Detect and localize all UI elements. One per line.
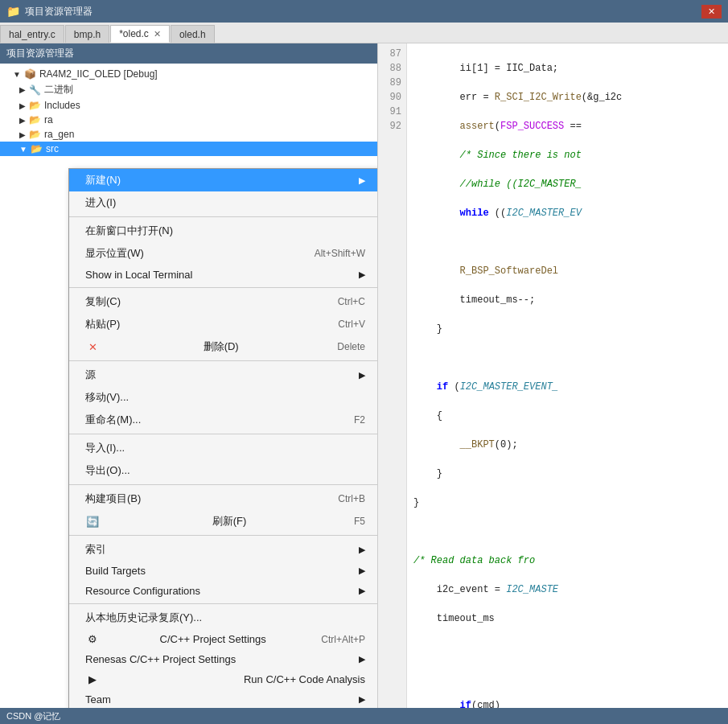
menu-item-index-label: 索引 xyxy=(85,542,106,557)
code-line-blank3 xyxy=(413,524,722,539)
tab-bmp[interactable]: bmp.h xyxy=(65,25,109,43)
menu-item-paste[interactable]: 粘贴(P) Ctrl+V xyxy=(69,313,378,335)
menu-item-rename[interactable]: 重命名(M)... F2 xyxy=(69,409,378,431)
code-editor: 87 88 89 90 91 92 xyxy=(378,43,728,708)
menu-sep-7 xyxy=(69,603,378,604)
status-bar: CSDN @记忆 xyxy=(0,708,728,724)
tree-icon-ra: 📂 xyxy=(29,114,41,125)
tree-item-ra[interactable]: ▶ 📂 ra xyxy=(0,113,377,127)
tree-item-src[interactable]: ▼ 📂 src xyxy=(0,142,377,156)
tab-oled-c[interactable]: *oled.c ✕ xyxy=(110,25,170,43)
menu-item-team[interactable]: Team ▶ xyxy=(69,689,378,708)
menu-item-show-location-label: 显示位置(W) xyxy=(85,246,144,261)
title-bar-close-button[interactable]: ✕ xyxy=(701,5,722,19)
menu-item-export-label: 导出(O)... xyxy=(85,463,130,478)
menu-item-team-arrow: ▶ xyxy=(359,694,365,705)
tree-item-binary[interactable]: ▶ 🔧 二进制 xyxy=(0,81,377,98)
menu-item-copy-shortcut: Ctrl+C xyxy=(338,296,365,307)
menu-item-resource-configs[interactable]: Resource Configurations ▶ xyxy=(69,581,378,601)
menu-item-show-local-terminal[interactable]: Show in Local Terminal ▶ xyxy=(69,265,378,285)
menu-item-delete-label: 删除(D) xyxy=(204,339,239,354)
tree-item-root[interactable]: ▼ 📦 RA4M2_IIC_OLED [Debug] xyxy=(0,67,377,81)
context-menu: 新建(N) ▶ 进入(I) 在新窗口中打开(N) 显示位置(W) Alt+Shi… xyxy=(68,168,378,708)
tab-hal-entry[interactable]: hal_entry.c xyxy=(0,25,64,43)
menu-item-source-arrow: ▶ xyxy=(359,370,365,381)
tree-label-root: RA4M2_IIC_OLED [Debug] xyxy=(39,68,158,80)
tree-arrow-includes: ▶ xyxy=(19,101,26,110)
menu-sep-3 xyxy=(69,360,378,361)
menu-item-run-analysis[interactable]: ▶ Run C/C++ Code Analysis xyxy=(69,669,378,689)
menu-item-move[interactable]: 移动(V)... xyxy=(69,386,378,409)
menu-item-import[interactable]: 导入(I)... xyxy=(69,437,378,459)
menu-item-build[interactable]: 构建项目(B) Ctrl+B xyxy=(69,487,378,510)
menu-item-new[interactable]: 新建(N) ▶ xyxy=(69,169,378,191)
code-line-brace1: } xyxy=(413,322,722,336)
menu-item-renesas-settings-label: Renesas C/C++ Project Settings xyxy=(85,653,236,665)
tree-arrow-root: ▼ xyxy=(13,70,21,79)
menu-item-build-label: 构建项目(B) xyxy=(85,492,141,506)
menu-item-enter[interactable]: 进入(I) xyxy=(69,191,378,214)
tree-item-ra-gen[interactable]: ▶ 📂 ra_gen xyxy=(0,127,377,142)
sidebar-title: 项目资源管理器 xyxy=(6,47,74,60)
tab-oled-c-label: *oled.c xyxy=(119,28,149,39)
menu-item-cpp-project-settings-label: C/C++ Project Settings xyxy=(160,633,266,645)
code-line-90: /* Since there is not xyxy=(413,148,722,162)
tree-item-includes[interactable]: ▶ 📂 Includes xyxy=(0,98,377,113)
code-line-blank1 xyxy=(413,235,722,249)
menu-item-build-targets[interactable]: Build Targets ▶ xyxy=(69,561,378,581)
code-line-91: //while ((I2C_MASTER_ xyxy=(413,177,722,191)
tab-oled-h[interactable]: oled.h xyxy=(171,25,215,43)
code-line-brace3: } xyxy=(413,467,722,481)
menu-item-paste-label: 粘贴(P) xyxy=(85,317,120,331)
menu-item-source[interactable]: 源 ▶ xyxy=(69,364,378,386)
menu-item-copy-label: 复制(C) xyxy=(85,294,121,309)
tree-arrow-src: ▼ xyxy=(19,145,27,154)
status-bar-text: CSDN @记忆 xyxy=(6,710,60,722)
menu-item-renesas-settings[interactable]: Renesas C/C++ Project Settings ▶ xyxy=(69,649,378,669)
delete-icon: ✕ xyxy=(85,341,100,353)
menu-sep-1 xyxy=(69,216,378,217)
code-line-timeout: timeout_ms--; xyxy=(413,293,722,307)
menu-sep-6 xyxy=(69,535,378,536)
tab-hal-entry-label: hal_entry.c xyxy=(9,29,56,40)
tree-arrow-ra-gen: ▶ xyxy=(19,130,26,139)
tree-icon-binary: 🔧 xyxy=(29,84,41,96)
menu-item-import-label: 导入(I)... xyxy=(85,441,125,455)
menu-item-delete-shortcut: Delete xyxy=(337,341,365,352)
menu-item-delete[interactable]: ✕ 删除(D) Delete xyxy=(69,335,378,358)
menu-item-renesas-arrow: ▶ xyxy=(359,654,365,664)
code-line-brace2: { xyxy=(413,409,722,423)
menu-item-open-new-window-label: 在新窗口中打开(N) xyxy=(85,224,173,238)
menu-item-copy[interactable]: 复制(C) Ctrl+C xyxy=(69,290,378,313)
menu-item-restore-local[interactable]: 从本地历史记录复原(Y)... xyxy=(69,607,378,629)
menu-item-move-label: 移动(V)... xyxy=(85,390,129,405)
menu-item-open-new-window[interactable]: 在新窗口中打开(N) xyxy=(69,220,378,242)
menu-item-run-analysis-label: Run C/C++ Code Analysis xyxy=(244,673,365,685)
code-line-cmt-read: /* Read data back fro xyxy=(413,553,722,568)
tab-oled-h-label: oled.h xyxy=(179,29,206,40)
title-bar-title: 项目资源管理器 xyxy=(25,5,701,19)
tree-label-ra: ra xyxy=(44,114,53,125)
menu-item-cpp-project-settings[interactable]: ⚙ C/C++ Project Settings Ctrl+Alt+P xyxy=(69,629,378,649)
menu-item-show-location[interactable]: 显示位置(W) Alt+Shift+W xyxy=(69,242,378,265)
code-line-89: assert(FSP_SUCCESS == xyxy=(413,119,722,134)
menu-item-build-shortcut: Ctrl+B xyxy=(338,493,365,504)
refresh-icon: 🔄 xyxy=(85,516,100,528)
tree-icon-root: 📦 xyxy=(24,68,36,80)
tab-oled-c-close[interactable]: ✕ xyxy=(154,29,161,39)
tree-label-src: src xyxy=(46,143,59,154)
title-bar: 📁 项目资源管理器 ✕ xyxy=(0,0,728,23)
code-content[interactable]: ii[1] = IIC_Data; err = R_SCI_I2C_Write(… xyxy=(407,43,728,708)
menu-sep-4 xyxy=(69,434,378,434)
menu-item-build-targets-label: Build Targets xyxy=(85,565,146,577)
code-line-92: while ((I2C_MASTER_EV xyxy=(413,206,722,220)
menu-item-index[interactable]: 索引 ▶ xyxy=(69,538,378,561)
menu-item-rename-label: 重命名(M)... xyxy=(85,413,141,427)
menu-item-refresh[interactable]: 🔄 刷新(F) F5 xyxy=(69,510,378,533)
line-numbers: 87 88 89 90 91 92 xyxy=(378,43,407,708)
tree-icon-includes: 📂 xyxy=(29,100,41,111)
menu-item-export[interactable]: 导出(O)... xyxy=(69,459,378,482)
tree-icon-ra-gen: 📂 xyxy=(29,129,41,140)
code-line-if-event: if (I2C_MASTER_EVENT_ xyxy=(413,380,722,394)
code-line-blank4 xyxy=(413,640,722,655)
